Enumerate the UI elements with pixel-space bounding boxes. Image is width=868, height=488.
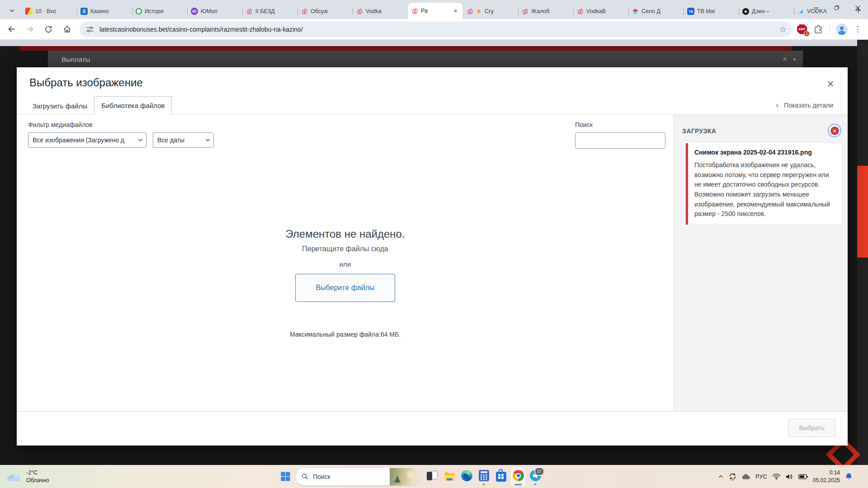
tab-search-button[interactable]	[5, 4, 18, 17]
drop-files-hint: Перетащите файлы сюда	[17, 245, 674, 253]
url-text[interactable]: latestcasinobonuses.bet/casino-complaint…	[99, 26, 303, 33]
explorer-icon	[444, 471, 455, 482]
media-type-filter-select[interactable]: Все изображения (Загружено д	[28, 132, 146, 148]
bookmark-star-icon[interactable]: ☆	[779, 25, 787, 33]
search-highlight-image[interactable]	[390, 468, 419, 485]
windows-taskbar: -2°C Облачно Поиск 17 РУС 0:14 05.02.202…	[0, 465, 868, 488]
dzen-icon	[742, 8, 749, 15]
wifi-icon[interactable]	[772, 473, 781, 480]
modal-tab-bar: Загрузить файлы Библиотека файлов Показа…	[17, 94, 848, 115]
taskbar-search[interactable]: Поиск	[296, 468, 419, 485]
browser-tab[interactable]: XКазино	[77, 4, 132, 19]
browser-toolbar: latestcasinobonuses.bet/casino-complaint…	[0, 19, 868, 40]
tab-upload-files[interactable]: Загрузить файлы	[26, 97, 94, 115]
dismiss-errors-button[interactable]: ×	[828, 124, 841, 137]
page-top-strip	[0, 40, 868, 46]
lcb-cards-icon	[522, 8, 528, 15]
browser-tab[interactable]: Vodka	[353, 4, 408, 19]
media-search-input[interactable]	[575, 132, 665, 149]
browser-tab-strip: 10 · ВхоXКазиноИсториЮЮMonII БЕЗДОбсужVo…	[0, 0, 868, 19]
telegram-taskbar-button[interactable]: 17	[528, 467, 542, 486]
weather-widget[interactable]: -2°C Облачно	[6, 465, 49, 488]
date-filter-select[interactable]: Все даты	[153, 132, 214, 148]
close-button[interactable]	[847, 0, 868, 15]
back-arrow-icon	[7, 25, 16, 33]
payouts-field: Выплаты × ▾	[48, 51, 803, 68]
browser-tab[interactable]: ТВТВ Mai	[684, 4, 739, 19]
calculator-taskbar-button[interactable]	[476, 467, 491, 486]
profile-avatar[interactable]	[836, 23, 848, 35]
address-bar[interactable]: latestcasinobonuses.bet/casino-complaint…	[80, 22, 792, 37]
edge-taskbar-button[interactable]	[459, 467, 474, 486]
choose-button[interactable]: Выбрать	[788, 419, 836, 437]
browser-tab[interactable]: Сгу	[463, 4, 518, 19]
show-details-link[interactable]: Показать детали	[772, 101, 836, 109]
adblock-extension-button[interactable]: ABP 1	[797, 24, 807, 35]
weather-condition: Облачно	[26, 477, 49, 484]
clock-widget[interactable]: 0:14 05.02.2025	[813, 469, 840, 483]
adblock-badge: 1	[804, 31, 810, 37]
yoomoney-icon: Ю	[191, 8, 198, 15]
tab-title: Истори	[145, 8, 184, 14]
or-text: или	[17, 260, 674, 268]
select-files-button[interactable]: Выберите файлы	[295, 274, 395, 302]
tab-title: II БЕЗД	[255, 8, 294, 14]
search-icon	[302, 473, 308, 480]
store-taskbar-button[interactable]	[494, 467, 508, 486]
store-icon	[496, 469, 506, 483]
flame-icon	[476, 9, 482, 14]
tab-title: Обсуж	[311, 8, 349, 14]
battery-icon[interactable]	[798, 474, 808, 479]
minimize-button[interactable]	[806, 0, 826, 15]
browser-tab[interactable]: Ра×	[408, 3, 463, 19]
page-scrollbar-track[interactable]	[857, 40, 868, 465]
browser-tab[interactable]: Село Д	[628, 4, 684, 19]
payouts-caret-icon: ▾	[793, 56, 796, 62]
toolbar-divider	[829, 25, 830, 34]
chevron-down-icon	[9, 8, 15, 14]
refresh-button[interactable]	[41, 22, 56, 37]
restore-button[interactable]	[826, 0, 847, 15]
browser-tab[interactable]: Истори	[132, 4, 187, 19]
back-button[interactable]	[4, 22, 19, 37]
lcb-cards-icon	[467, 8, 473, 15]
start-button[interactable]	[277, 468, 294, 486]
tab-title: Село Д	[642, 8, 680, 14]
browser-tab[interactable]: Дзен –	[739, 4, 794, 19]
tab-title: Жалоб	[531, 8, 570, 14]
notification-bell-icon[interactable]	[845, 473, 853, 480]
tab-title: ТВ Mai	[697, 8, 735, 14]
tray-chevron-up-icon[interactable]	[718, 474, 724, 479]
chevron-left-icon	[775, 103, 780, 108]
windows-logo-icon	[280, 471, 291, 482]
forward-arrow-icon	[26, 25, 34, 33]
onedrive-cloud-icon[interactable]	[741, 474, 750, 479]
extensions-puzzle-icon[interactable]	[814, 25, 823, 34]
forward-button[interactable]	[23, 22, 37, 37]
explorer-taskbar-button[interactable]	[442, 467, 457, 486]
browser-tab[interactable]: Жалоб	[518, 4, 573, 19]
language-indicator[interactable]: РУС	[755, 473, 767, 480]
volume-icon[interactable]	[786, 474, 793, 480]
browser-tab[interactable]: 10 · Вхо	[22, 4, 77, 19]
close-icon	[855, 5, 861, 11]
site-info-icon[interactable]	[86, 25, 94, 33]
browser-tab[interactable]: VodkaB	[573, 4, 628, 19]
green-ring-icon	[136, 8, 142, 14]
tab-title: 10 · Вхо	[35, 8, 73, 14]
browser-tab[interactable]: II БЕЗД	[242, 4, 297, 19]
tab-title: ЮMon	[201, 8, 239, 14]
browser-tab[interactable]: ЮЮMon	[187, 4, 242, 19]
modal-close-button[interactable]: ×	[822, 75, 839, 92]
select-caret-icon	[205, 138, 210, 142]
page-scrollbar-thumb[interactable]	[857, 166, 868, 258]
browser-menu-icon[interactable]: ⋮	[854, 25, 862, 33]
home-button[interactable]	[60, 22, 74, 37]
tab-media-library[interactable]: Библиотека файлов	[94, 96, 172, 115]
sync-icon[interactable]	[729, 473, 736, 480]
modal-footer: Выбрать	[17, 411, 848, 446]
tab-close-icon[interactable]: ×	[452, 7, 459, 15]
browser-tab[interactable]: Обсуж	[297, 4, 353, 19]
chrome-taskbar-button[interactable]	[511, 467, 525, 486]
task-view-taskbar-button[interactable]	[425, 467, 439, 486]
